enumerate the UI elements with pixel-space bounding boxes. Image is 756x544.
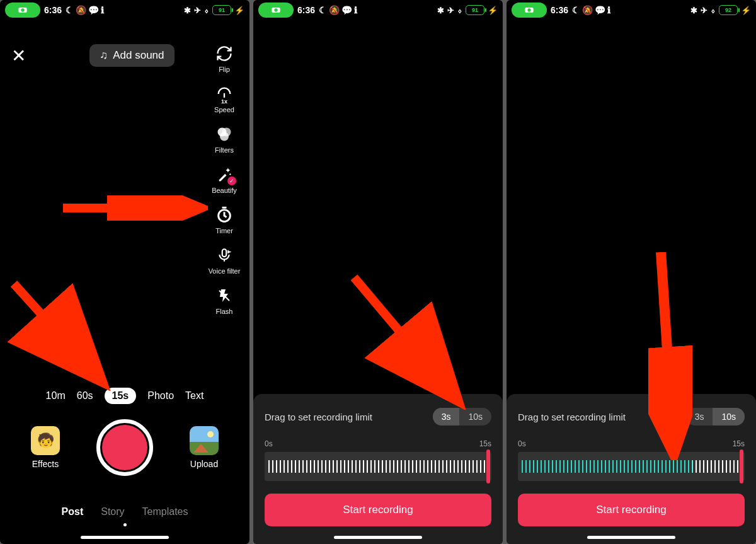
battery-icon: 91 — [466, 5, 484, 15]
phone-screen-3: 6:36 ☾🔕💬ℹ ✱✈⬨ 92⚡ Drag to set recording … — [507, 0, 756, 544]
svg-rect-2 — [224, 93, 225, 98]
camera-pill-icon — [512, 3, 547, 18]
status-bar: 6:36 ☾🔕💬ℹ ✱✈⬨ 92⚡ — [507, 0, 756, 20]
countdown-10s[interactable]: 10s — [459, 408, 491, 425]
annotation-arrow-duration — [8, 277, 115, 391]
add-sound-label: Add sound — [113, 49, 164, 62]
status-left-icons: ☾🔕💬ℹ — [66, 6, 104, 14]
battery-icon: 91 — [212, 5, 231, 15]
phone-screen-2: 6:36 ☾🔕💬ℹ ✱✈⬨ 91⚡ Drag to set recording … — [253, 0, 503, 544]
flash-icon — [215, 286, 234, 305]
record-button[interactable] — [96, 419, 153, 476]
status-right-icons: ✱✈⬨ 91⚡ — [184, 5, 244, 15]
recording-limit-track[interactable] — [518, 452, 745, 481]
svg-line-13 — [354, 277, 455, 397]
battery-icon: 92 — [719, 5, 738, 15]
scale-end: 15s — [733, 439, 745, 448]
limit-handle[interactable] — [740, 449, 743, 483]
annotation-arrow-timer — [63, 195, 208, 221]
add-sound-button[interactable]: ♫ Add sound — [89, 44, 174, 67]
status-time: 6:36 — [44, 5, 62, 15]
camera-pill-icon — [5, 3, 40, 18]
timer-panel: Drag to set recording limit 3s 10s 0s 15… — [507, 394, 756, 544]
beautify-icon: ✓ — [215, 165, 234, 184]
speed-icon: 1x — [215, 84, 234, 103]
timer-icon — [215, 205, 234, 224]
tab-post[interactable]: Post — [62, 506, 84, 518]
recording-limit-track[interactable] — [265, 452, 491, 481]
tab-templates[interactable]: Templates — [142, 506, 188, 518]
check-badge-icon: ✓ — [227, 177, 236, 185]
page-indicator — [0, 523, 249, 526]
tab-story[interactable]: Story — [101, 506, 124, 518]
flip-icon — [215, 44, 234, 63]
tool-timer[interactable]: Timer — [205, 205, 243, 234]
scale-end: 15s — [479, 439, 491, 448]
effects-button[interactable]: 🧒 Effects — [31, 426, 60, 469]
duration-photo[interactable]: Photo — [147, 390, 174, 402]
panel-title: Drag to set recording limit — [518, 412, 626, 422]
bottom-tabs: Post Story Templates — [0, 506, 249, 518]
tool-flip[interactable]: Flip — [205, 44, 243, 73]
home-indicator — [334, 536, 422, 539]
filters-icon — [215, 125, 234, 144]
start-recording-button[interactable]: Start recording — [518, 494, 745, 526]
svg-point-1 — [21, 8, 24, 11]
home-indicator — [587, 536, 675, 539]
scale-start: 0s — [518, 439, 526, 448]
duration-text[interactable]: Text — [185, 390, 203, 402]
countdown-segmented: 3s 10s — [433, 408, 491, 425]
camera-pill-icon — [258, 3, 294, 18]
scale-start: 0s — [265, 439, 273, 448]
tool-flash[interactable]: Flash — [205, 286, 243, 315]
tool-speed[interactable]: 1x Speed — [205, 84, 243, 113]
tool-filters[interactable]: Filters — [205, 125, 243, 154]
annotation-arrow-3s — [348, 271, 474, 410]
voice-filter-icon — [215, 246, 234, 265]
tool-voice-filter[interactable]: Voice filter — [205, 246, 243, 275]
music-note-icon: ♫ — [100, 49, 108, 62]
upload-thumbnail — [190, 426, 219, 455]
start-recording-button[interactable]: Start recording — [265, 494, 491, 526]
countdown-segmented: 3s 10s — [686, 408, 745, 425]
svg-line-16 — [661, 252, 673, 448]
countdown-10s[interactable]: 10s — [713, 408, 745, 425]
panel-title: Drag to set recording limit — [265, 412, 372, 422]
status-bar: 6:36 ☾🔕💬ℹ ✱✈⬨ 91⚡ — [253, 0, 503, 20]
phone-screen-1: 6:36 ☾🔕💬ℹ ✱✈⬨ 91⚡ ✕ ♫ Add sound Flip 1x … — [0, 0, 249, 544]
upload-button[interactable]: Upload — [190, 426, 219, 469]
countdown-3s[interactable]: 3s — [433, 408, 460, 425]
svg-line-10 — [14, 284, 99, 378]
status-time: 6:36 — [551, 5, 568, 15]
side-toolbar: Flip 1x Speed Filters ✓ Beautify Timer V… — [205, 44, 243, 315]
home-indicator — [81, 536, 169, 539]
duration-10m[interactable]: 10m — [46, 390, 66, 402]
effects-thumbnail: 🧒 — [31, 426, 60, 455]
svg-point-5 — [220, 132, 229, 141]
svg-rect-7 — [222, 249, 227, 257]
svg-point-15 — [527, 8, 530, 11]
close-icon[interactable]: ✕ — [11, 45, 26, 66]
status-bar: 6:36 ☾🔕💬ℹ ✱✈⬨ 91⚡ — [0, 0, 249, 20]
duration-60s[interactable]: 60s — [77, 390, 93, 402]
status-time: 6:36 — [297, 5, 315, 15]
svg-point-12 — [274, 8, 277, 11]
timer-panel: Drag to set recording limit 3s 10s 0s 15… — [253, 394, 503, 544]
limit-handle[interactable] — [486, 449, 490, 483]
annotation-arrow-track — [648, 252, 692, 460]
tool-beautify[interactable]: ✓ Beautify — [205, 165, 243, 194]
